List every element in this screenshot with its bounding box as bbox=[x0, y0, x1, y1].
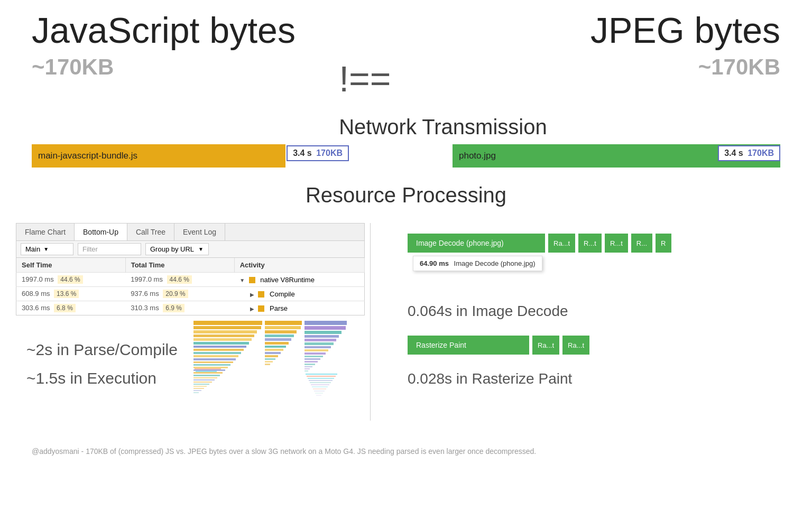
expand-arrow-icon-2[interactable]: ▶ bbox=[250, 292, 254, 298]
bottom-labels-section: ~2s in Parse/Compile ~1.5s in Execution bbox=[16, 326, 365, 421]
cell-total-time-1: 1997.0 ms 44.6 % bbox=[125, 273, 234, 287]
col-total-time: Total Time bbox=[125, 258, 234, 273]
svg-rect-41 bbox=[304, 326, 346, 330]
flame-chart-svg bbox=[193, 321, 347, 419]
svg-rect-20 bbox=[193, 384, 209, 385]
svg-rect-22 bbox=[193, 388, 204, 389]
tab-bottom-up[interactable]: Bottom-Up bbox=[75, 224, 127, 240]
svg-rect-10 bbox=[193, 358, 236, 360]
resource-processing-label: Resource Processing bbox=[306, 183, 506, 207]
jpg-tooltip-time: 3.4 s bbox=[724, 148, 743, 157]
group-by-dropdown[interactable]: Group by URL ▼ bbox=[145, 243, 209, 255]
jpg-bar-wrapper: photo.jpg 3.4 s 170KB bbox=[453, 144, 780, 168]
svg-rect-25 bbox=[195, 368, 221, 369]
svg-rect-60 bbox=[310, 382, 331, 383]
activity-icon-2 bbox=[258, 291, 264, 298]
js-bytes-title: JavaScript bytes bbox=[32, 11, 296, 50]
cell-activity-2: ▶ Compile bbox=[234, 287, 364, 301]
svg-rect-61 bbox=[311, 384, 329, 385]
svg-rect-43 bbox=[304, 335, 339, 338]
svg-rect-2 bbox=[193, 330, 257, 333]
col-self-time: Self Time bbox=[16, 258, 126, 273]
vertical-divider bbox=[370, 223, 371, 421]
svg-rect-54 bbox=[304, 368, 310, 369]
footer-note: @addyosmani - 170KB of (compressed) JS v… bbox=[0, 436, 812, 466]
svg-rect-3 bbox=[193, 335, 254, 337]
filter-input[interactable]: Filter bbox=[78, 243, 141, 255]
jpg-file-label: photo.jpg bbox=[459, 151, 496, 161]
svg-rect-47 bbox=[304, 349, 328, 351]
js-tooltip-time: 3.4 s bbox=[293, 148, 312, 157]
svg-rect-29 bbox=[265, 330, 297, 333]
tab-flame-chart[interactable]: Flame Chart bbox=[16, 224, 75, 240]
svg-rect-23 bbox=[193, 390, 201, 391]
svg-rect-64 bbox=[314, 391, 325, 392]
image-decode-section: Image Decode (phone.jpg) Ra...t R...t R.… bbox=[408, 234, 780, 271]
rasterize-small-bar-1: Ra...t bbox=[532, 336, 559, 355]
svg-rect-14 bbox=[193, 369, 225, 371]
rasterize-label: 0.028s in Rasterize Paint bbox=[408, 370, 780, 387]
decode-small-bar-5: R bbox=[656, 234, 671, 253]
devtools-toolbar: Main ▼ Filter Group by URL ▼ bbox=[16, 241, 365, 258]
network-transmission-label: Network Transmission bbox=[339, 115, 547, 138]
cell-total-time-2: 937.6 ms 20.9 % bbox=[125, 287, 234, 301]
tab-call-tree[interactable]: Call Tree bbox=[127, 224, 174, 240]
svg-rect-52 bbox=[304, 364, 315, 365]
svg-rect-24 bbox=[193, 392, 199, 393]
dropdown-arrow-icon: ▼ bbox=[43, 246, 49, 252]
svg-rect-18 bbox=[193, 379, 215, 380]
main-content: Flame Chart Bottom-Up Call Tree Event Lo… bbox=[0, 212, 812, 421]
svg-rect-5 bbox=[193, 342, 249, 345]
group-dropdown-arrow-icon: ▼ bbox=[198, 246, 204, 252]
js-bytes-column: JavaScript bytes ~170KB bbox=[32, 11, 296, 80]
svg-rect-13 bbox=[193, 367, 228, 368]
svg-rect-35 bbox=[265, 352, 281, 354]
svg-rect-49 bbox=[304, 356, 323, 357]
jpg-bar-tooltip: 3.4 s 170KB bbox=[718, 145, 780, 161]
js-bar-tooltip: 3.4 s 170KB bbox=[287, 145, 349, 161]
rasterize-main-bar: Rasterize Paint bbox=[408, 336, 529, 355]
svg-rect-31 bbox=[265, 338, 291, 341]
rasterize-section: Rasterize Paint Ra...t Ra...t 0.028s in … bbox=[408, 336, 780, 387]
cell-self-time-2: 608.9 ms 13.6 % bbox=[16, 287, 126, 301]
rasterize-small-bar-2: Ra...t bbox=[562, 336, 589, 355]
svg-rect-26 bbox=[196, 371, 217, 372]
svg-rect-58 bbox=[308, 378, 334, 379]
svg-rect-48 bbox=[304, 352, 326, 355]
cell-activity-3: ▶ Parse bbox=[234, 301, 364, 315]
resource-processing-section: Resource Processing bbox=[0, 183, 812, 207]
svg-rect-39 bbox=[265, 364, 270, 365]
svg-rect-46 bbox=[304, 346, 331, 348]
expand-arrow-icon-3[interactable]: ▶ bbox=[250, 306, 254, 312]
svg-rect-4 bbox=[193, 338, 252, 341]
svg-rect-56 bbox=[306, 374, 337, 375]
rasterize-bar-row: Rasterize Paint Ra...t Ra...t bbox=[408, 336, 780, 355]
decode-tooltip: 64.90 ms Image Decode (phone.jpg) bbox=[413, 256, 542, 271]
expand-arrow-icon[interactable]: ▼ bbox=[239, 277, 245, 283]
table-body: 1997.0 ms 44.6 % 1997.0 ms 44.6 % ▼ nati… bbox=[16, 273, 365, 315]
jpeg-bytes-column: JPEG bytes ~170KB bbox=[590, 11, 780, 80]
svg-rect-30 bbox=[265, 335, 294, 337]
svg-rect-42 bbox=[304, 331, 342, 334]
image-decode-label: 0.064s in Image Decode bbox=[408, 303, 780, 320]
svg-rect-50 bbox=[304, 358, 320, 360]
svg-rect-59 bbox=[309, 380, 333, 381]
tooltip-ms: 64.90 ms bbox=[420, 259, 449, 267]
svg-rect-6 bbox=[193, 346, 246, 348]
cell-total-time-3: 310.3 ms 6.9 % bbox=[125, 301, 234, 315]
main-dropdown[interactable]: Main ▼ bbox=[21, 243, 73, 255]
parse-compile-label: ~2s in Parse/Compile bbox=[26, 341, 178, 359]
svg-rect-7 bbox=[193, 349, 244, 351]
svg-rect-12 bbox=[193, 364, 230, 366]
top-section: JavaScript bytes ~170KB !== Network Tran… bbox=[0, 0, 812, 139]
js-bar-wrapper: main-javascript-bundle.js 3.4 s 170KB bbox=[32, 144, 338, 168]
right-panel: Image Decode (phone.jpg) Ra...t R...t R.… bbox=[376, 223, 780, 421]
svg-rect-11 bbox=[193, 361, 233, 363]
left-labels: ~2s in Parse/Compile ~1.5s in Execution bbox=[16, 326, 178, 387]
decode-small-bar-2: R...t bbox=[578, 234, 602, 253]
js-file-label: main-javascript-bundle.js bbox=[38, 151, 137, 161]
jpeg-bytes-title: JPEG bytes bbox=[590, 11, 780, 50]
js-network-bar-container: main-javascript-bundle.js 3.4 s 170KB bbox=[32, 144, 359, 168]
svg-rect-38 bbox=[265, 361, 273, 363]
tab-event-log[interactable]: Event Log bbox=[174, 224, 225, 240]
